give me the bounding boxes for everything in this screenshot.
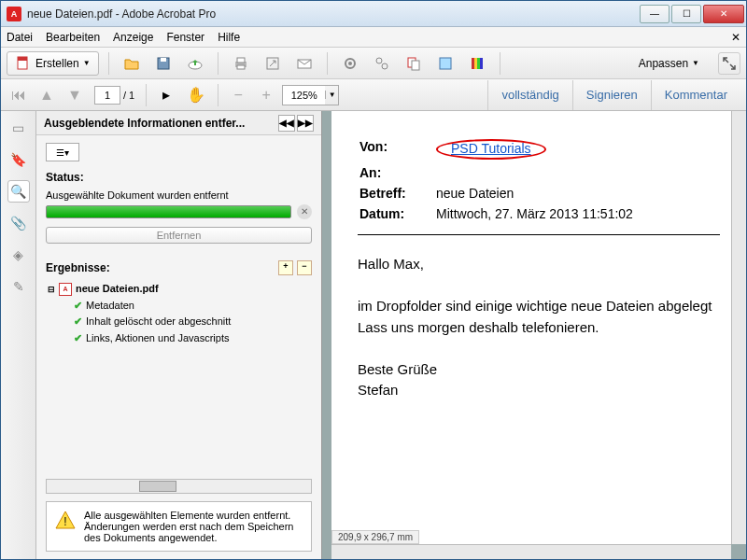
progress-bar xyxy=(46,205,291,218)
arrow-up-icon: ▲ xyxy=(39,87,54,104)
comment-button[interactable]: Kommentar xyxy=(651,80,740,110)
rainbow-icon xyxy=(469,55,486,72)
menu-view[interactable]: Anzeige xyxy=(113,31,153,44)
status-text: Ausgewählte Dokument wurden entfernt xyxy=(46,189,312,201)
thumbnails-icon[interactable]: ▭ xyxy=(7,117,30,139)
signatures-icon[interactable]: ✎ xyxy=(7,275,30,298)
page-input[interactable] xyxy=(94,86,120,105)
open-button[interactable] xyxy=(119,51,145,76)
menu-edit[interactable]: Bearbeiten xyxy=(46,31,100,44)
menu-file[interactable]: Datei xyxy=(7,31,33,44)
customize-label: Anpassen xyxy=(639,57,688,70)
redaction-icon[interactable]: 🔍 xyxy=(7,180,30,203)
gear-button[interactable] xyxy=(337,51,363,76)
fullscreen-button[interactable] xyxy=(718,52,740,75)
email-para1: im Dropfolder sind einige wichtige neue … xyxy=(358,296,720,317)
pdf-icon: A xyxy=(59,283,72,296)
remove-button[interactable]: Entfernen xyxy=(46,227,312,244)
from-link[interactable]: PSD Tutorials xyxy=(451,141,531,156)
page-size-status: 209,9 x 296,7 mm xyxy=(331,530,419,544)
status-label: Status: xyxy=(46,171,312,184)
tree-item[interactable]: ✔Links, Aktionen und Javascripts xyxy=(48,330,312,347)
tree-file[interactable]: ⊟ A neue Dateien.pdf xyxy=(48,281,312,298)
next-page-button[interactable]: ▼ xyxy=(63,83,87,107)
svg-point-13 xyxy=(382,63,388,69)
chevron-down-icon[interactable]: ▼ xyxy=(325,91,338,99)
print-button[interactable] xyxy=(228,51,254,76)
form-icon xyxy=(437,55,454,72)
attachments-icon[interactable]: 📎 xyxy=(7,212,30,234)
form-button[interactable] xyxy=(432,51,458,76)
tree-item-label: Inhalt gelöscht oder abgeschnitt xyxy=(86,314,231,330)
folder-open-icon xyxy=(123,55,140,72)
cloud-button[interactable] xyxy=(182,51,208,76)
sign-button[interactable]: Signieren xyxy=(572,80,651,110)
email-closing: Beste Grüße xyxy=(358,359,720,381)
zoom-select[interactable]: ▼ xyxy=(282,85,339,105)
app-icon: A xyxy=(7,7,21,21)
svg-rect-3 xyxy=(161,58,166,62)
h-scrollbar[interactable] xyxy=(46,479,312,494)
menu-window[interactable]: Fenster xyxy=(166,31,204,44)
tree-item[interactable]: ✔Metadaten xyxy=(48,298,312,315)
email-signature: Stefan xyxy=(358,380,720,401)
nav-toolbar: ⏮ ▲ ▼ / 1 ▸ ✋ − + ▼ vollständig Signiere… xyxy=(1,79,746,111)
nav-rail: ▭ 🔖 🔍 📎 ◈ ✎ xyxy=(1,111,36,559)
svg-rect-6 xyxy=(237,58,245,63)
convert-button[interactable] xyxy=(401,51,427,76)
bookmarks-icon[interactable]: 🔖 xyxy=(7,148,30,171)
from-label: Von: xyxy=(359,137,434,161)
full-button[interactable]: vollständig xyxy=(487,80,571,110)
hand-tool[interactable]: ✋ xyxy=(182,83,210,107)
to-label: An: xyxy=(359,163,434,182)
cursor-icon: ▸ xyxy=(162,86,170,104)
panel-options[interactable]: ☰▾ xyxy=(46,143,79,161)
customize-button[interactable]: Anpassen ▼ xyxy=(633,57,705,70)
layers-icon[interactable]: ◈ xyxy=(7,244,30,266)
minimize-button[interactable]: — xyxy=(640,5,669,23)
expand-all-icon[interactable]: + xyxy=(278,260,293,275)
tree-item[interactable]: ✔Inhalt gelöscht oder abgeschnitt xyxy=(48,314,312,330)
chevron-down-icon: ▼ xyxy=(692,59,699,67)
v-scrollbar[interactable] xyxy=(731,111,746,544)
save-button[interactable] xyxy=(150,51,176,76)
mail-button[interactable] xyxy=(291,51,317,76)
close-doc-icon[interactable]: ✕ xyxy=(731,31,740,44)
date-label: Datum: xyxy=(359,204,434,223)
first-page-button[interactable]: ⏮ xyxy=(7,83,31,107)
maximize-button[interactable]: ☐ xyxy=(671,5,701,23)
batch-button[interactable] xyxy=(369,51,395,76)
svg-rect-17 xyxy=(472,58,474,69)
svg-rect-18 xyxy=(474,58,477,69)
collapse-all-icon[interactable]: − xyxy=(297,260,312,275)
prev-page-button[interactable]: ▲ xyxy=(35,83,59,107)
menu-help[interactable]: Hilfe xyxy=(218,31,240,44)
multimedia-button[interactable] xyxy=(464,51,490,76)
create-button[interactable]: Erstellen ▼ xyxy=(7,51,99,76)
h-scrollbar[interactable] xyxy=(331,544,731,559)
gear-icon xyxy=(342,55,359,72)
panel-prev-icon[interactable]: ◀◀ xyxy=(278,115,295,132)
cancel-progress-icon[interactable]: ✕ xyxy=(297,204,312,219)
minus-icon: − xyxy=(234,87,243,104)
share-button[interactable] xyxy=(260,51,286,76)
zoom-input[interactable] xyxy=(283,86,325,105)
subject-label: Betreff: xyxy=(359,184,434,203)
close-button[interactable]: ✕ xyxy=(703,5,744,23)
results-label: Ergebnisse: xyxy=(46,261,110,274)
svg-rect-16 xyxy=(440,58,451,69)
date-value: Mittwoch, 27. März 2013 11:51:02 xyxy=(436,204,639,223)
cloud-up-icon xyxy=(187,55,204,72)
panel-next-icon[interactable]: ▶▶ xyxy=(297,115,314,132)
svg-rect-15 xyxy=(412,61,419,70)
select-tool[interactable]: ▸ xyxy=(154,83,178,107)
zoom-out-button[interactable]: − xyxy=(226,83,250,107)
results-tree: ⊟ A neue Dateien.pdf ✔Metadaten ✔Inhalt … xyxy=(46,281,312,473)
convert-icon xyxy=(405,55,422,72)
side-panel: Ausgeblendete Informationen entfer... ◀◀… xyxy=(36,111,322,559)
main-toolbar: Erstellen ▼ Anpassen ▼ xyxy=(1,48,746,79)
notice-text: Alle ausgewählten Elemente wurden entfer… xyxy=(84,510,303,543)
svg-rect-1 xyxy=(18,57,27,61)
svg-text:!: ! xyxy=(63,515,66,528)
zoom-in-button[interactable]: + xyxy=(254,83,278,107)
